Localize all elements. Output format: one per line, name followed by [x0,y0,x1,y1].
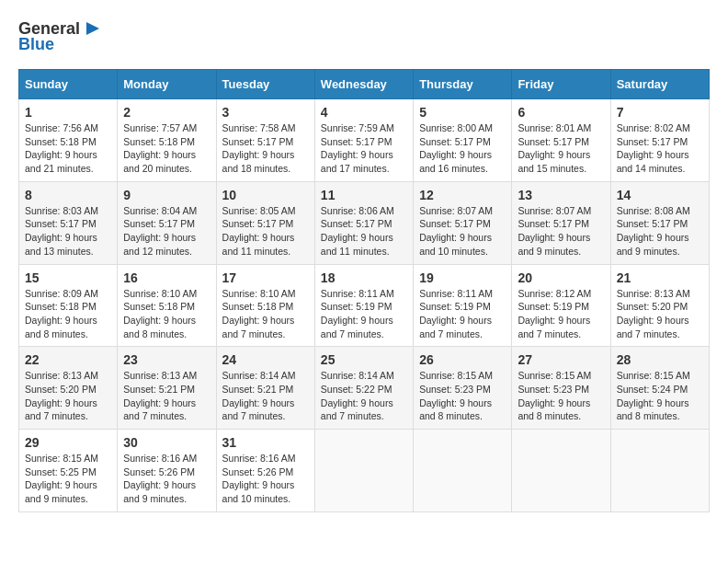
calendar-cell: 13Sunrise: 8:07 AMSunset: 5:17 PMDayligh… [512,181,610,264]
calendar-cell [512,430,610,512]
day-info: Sunrise: 8:15 AMSunset: 5:25 PMDaylight:… [25,452,111,506]
calendar-week-row: 8Sunrise: 8:03 AMSunset: 5:17 PMDaylight… [19,181,710,264]
day-number: 24 [222,352,309,367]
day-number: 22 [25,352,111,367]
day-info: Sunrise: 8:08 AMSunset: 5:17 PMDaylight:… [617,204,703,259]
calendar-cell: 8Sunrise: 8:03 AMSunset: 5:17 PMDaylight… [19,181,118,264]
day-info: Sunrise: 8:11 AMSunset: 5:19 PMDaylight:… [419,287,506,341]
day-info: Sunrise: 8:01 AMSunset: 5:17 PMDaylight:… [518,121,604,176]
day-number: 20 [518,270,604,285]
calendar-cell: 26Sunrise: 8:15 AMSunset: 5:23 PMDayligh… [414,347,512,430]
calendar-cell: 20Sunrise: 8:12 AMSunset: 5:19 PMDayligh… [512,264,610,347]
calendar-cell: 1Sunrise: 7:56 AMSunset: 5:18 PMDaylight… [19,99,118,182]
day-number: 12 [419,188,506,202]
day-info: Sunrise: 7:59 AMSunset: 5:17 PMDaylight:… [321,121,407,176]
logo-blue-text: Blue [18,35,54,54]
calendar-cell: 28Sunrise: 8:15 AMSunset: 5:24 PMDayligh… [610,347,709,430]
calendar-cell: 14Sunrise: 8:08 AMSunset: 5:17 PMDayligh… [610,181,709,264]
day-number: 4 [321,105,407,120]
day-number: 15 [25,270,111,285]
calendar-cell: 23Sunrise: 8:13 AMSunset: 5:21 PMDayligh… [118,347,216,430]
day-info: Sunrise: 8:10 AMSunset: 5:18 PMDaylight:… [222,287,309,341]
calendar-header-row: SundayMondayTuesdayWednesdayThursdayFrid… [19,70,710,99]
day-number: 19 [419,270,506,285]
calendar-cell [314,430,413,512]
calendar-cell: 24Sunrise: 8:14 AMSunset: 5:21 PMDayligh… [216,347,314,430]
calendar-cell: 18Sunrise: 8:11 AMSunset: 5:19 PMDayligh… [314,264,413,347]
day-info: Sunrise: 8:02 AMSunset: 5:17 PMDaylight:… [617,121,703,176]
calendar-week-row: 29Sunrise: 8:15 AMSunset: 5:25 PMDayligh… [19,430,710,512]
calendar-cell [414,430,512,512]
calendar-table: SundayMondayTuesdayWednesdayThursdayFrid… [18,69,710,512]
day-number: 21 [617,270,703,285]
day-number: 26 [419,352,506,367]
calendar-cell: 29Sunrise: 8:15 AMSunset: 5:25 PMDayligh… [19,430,118,512]
day-info: Sunrise: 8:07 AMSunset: 5:17 PMDaylight:… [518,204,604,259]
day-number: 7 [617,105,703,120]
day-info: Sunrise: 8:03 AMSunset: 5:17 PMDaylight:… [25,204,111,259]
calendar-cell: 22Sunrise: 8:13 AMSunset: 5:20 PMDayligh… [19,347,118,430]
calendar-cell: 9Sunrise: 8:04 AMSunset: 5:17 PMDaylight… [118,181,216,264]
day-info: Sunrise: 8:11 AMSunset: 5:19 PMDaylight:… [321,287,407,341]
day-info: Sunrise: 8:13 AMSunset: 5:20 PMDaylight:… [25,369,111,423]
day-info: Sunrise: 7:57 AMSunset: 5:18 PMDaylight:… [123,121,210,176]
day-info: Sunrise: 8:00 AMSunset: 5:17 PMDaylight:… [419,121,506,176]
calendar-cell: 31Sunrise: 8:16 AMSunset: 5:26 PMDayligh… [216,430,314,512]
calendar-cell: 7Sunrise: 8:02 AMSunset: 5:17 PMDaylight… [610,99,709,182]
calendar-day-header: Tuesday [216,70,314,99]
day-number: 13 [518,188,604,202]
day-info: Sunrise: 7:58 AMSunset: 5:17 PMDaylight:… [222,121,309,176]
day-info: Sunrise: 8:15 AMSunset: 5:23 PMDaylight:… [518,369,604,423]
calendar-cell: 12Sunrise: 8:07 AMSunset: 5:17 PMDayligh… [414,181,512,264]
day-number: 8 [25,188,111,202]
svg-marker-0 [86,22,99,35]
calendar-cell: 27Sunrise: 8:15 AMSunset: 5:23 PMDayligh… [512,347,610,430]
calendar-cell: 6Sunrise: 8:01 AMSunset: 5:17 PMDaylight… [512,99,610,182]
calendar-cell: 15Sunrise: 8:09 AMSunset: 5:18 PMDayligh… [19,264,118,347]
day-number: 6 [518,105,604,120]
calendar-cell: 5Sunrise: 8:00 AMSunset: 5:17 PMDaylight… [414,99,512,182]
logo-arrow-icon [83,18,103,39]
day-number: 11 [321,188,407,202]
calendar-cell [610,430,709,512]
day-number: 1 [25,105,111,120]
calendar-cell: 25Sunrise: 8:14 AMSunset: 5:22 PMDayligh… [314,347,413,430]
day-info: Sunrise: 8:06 AMSunset: 5:17 PMDaylight:… [321,204,407,259]
calendar-cell: 11Sunrise: 8:06 AMSunset: 5:17 PMDayligh… [314,181,413,264]
page-header: General Blue [18,18,710,54]
day-info: Sunrise: 7:56 AMSunset: 5:18 PMDaylight:… [25,121,111,176]
day-info: Sunrise: 8:16 AMSunset: 5:26 PMDaylight:… [222,452,309,506]
day-number: 28 [617,352,703,367]
calendar-cell: 10Sunrise: 8:05 AMSunset: 5:17 PMDayligh… [216,181,314,264]
day-info: Sunrise: 8:15 AMSunset: 5:23 PMDaylight:… [419,369,506,423]
day-info: Sunrise: 8:12 AMSunset: 5:19 PMDaylight:… [518,287,604,341]
day-number: 18 [321,270,407,285]
calendar-cell: 19Sunrise: 8:11 AMSunset: 5:19 PMDayligh… [414,264,512,347]
day-info: Sunrise: 8:05 AMSunset: 5:17 PMDaylight:… [222,204,309,259]
calendar-cell: 16Sunrise: 8:10 AMSunset: 5:18 PMDayligh… [118,264,216,347]
calendar-day-header: Thursday [414,70,512,99]
calendar-day-header: Sunday [19,70,118,99]
day-info: Sunrise: 8:16 AMSunset: 5:26 PMDaylight:… [123,452,210,506]
day-info: Sunrise: 8:14 AMSunset: 5:21 PMDaylight:… [222,369,309,423]
day-number: 31 [222,435,309,450]
calendar-cell: 3Sunrise: 7:58 AMSunset: 5:17 PMDaylight… [216,99,314,182]
day-number: 14 [617,188,703,202]
day-info: Sunrise: 8:14 AMSunset: 5:22 PMDaylight:… [321,369,407,423]
calendar-cell: 2Sunrise: 7:57 AMSunset: 5:18 PMDaylight… [118,99,216,182]
day-info: Sunrise: 8:04 AMSunset: 5:17 PMDaylight:… [123,204,210,259]
day-info: Sunrise: 8:13 AMSunset: 5:20 PMDaylight:… [617,287,703,341]
day-number: 25 [321,352,407,367]
calendar-day-header: Monday [118,70,216,99]
calendar-cell: 30Sunrise: 8:16 AMSunset: 5:26 PMDayligh… [118,430,216,512]
calendar-week-row: 22Sunrise: 8:13 AMSunset: 5:20 PMDayligh… [19,347,710,430]
calendar-cell: 17Sunrise: 8:10 AMSunset: 5:18 PMDayligh… [216,264,314,347]
day-number: 30 [123,435,210,450]
calendar-cell: 4Sunrise: 7:59 AMSunset: 5:17 PMDaylight… [314,99,413,182]
calendar-day-header: Wednesday [314,70,413,99]
day-info: Sunrise: 8:07 AMSunset: 5:17 PMDaylight:… [419,204,506,259]
day-info: Sunrise: 8:10 AMSunset: 5:18 PMDaylight:… [123,287,210,341]
day-number: 16 [123,270,210,285]
day-number: 17 [222,270,309,285]
calendar-week-row: 1Sunrise: 7:56 AMSunset: 5:18 PMDaylight… [19,99,710,182]
